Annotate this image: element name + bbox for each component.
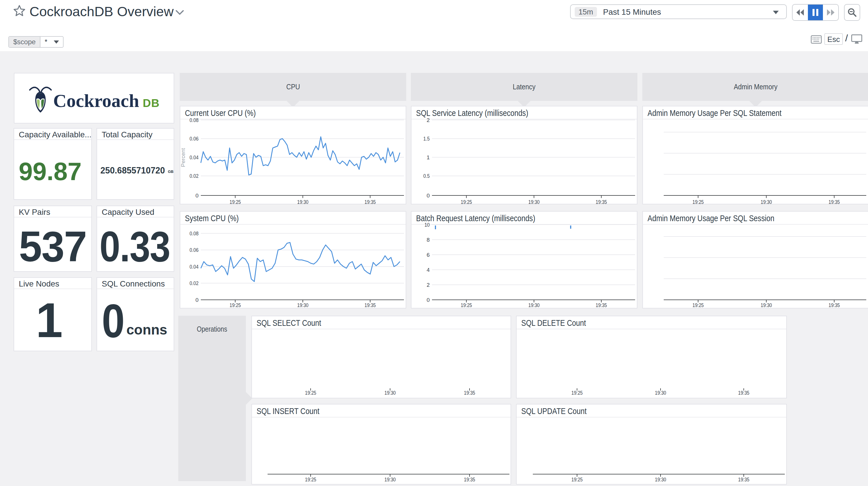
- svg-text:DB: DB: [143, 97, 159, 109]
- svg-text:Cockroach: Cockroach: [53, 90, 139, 111]
